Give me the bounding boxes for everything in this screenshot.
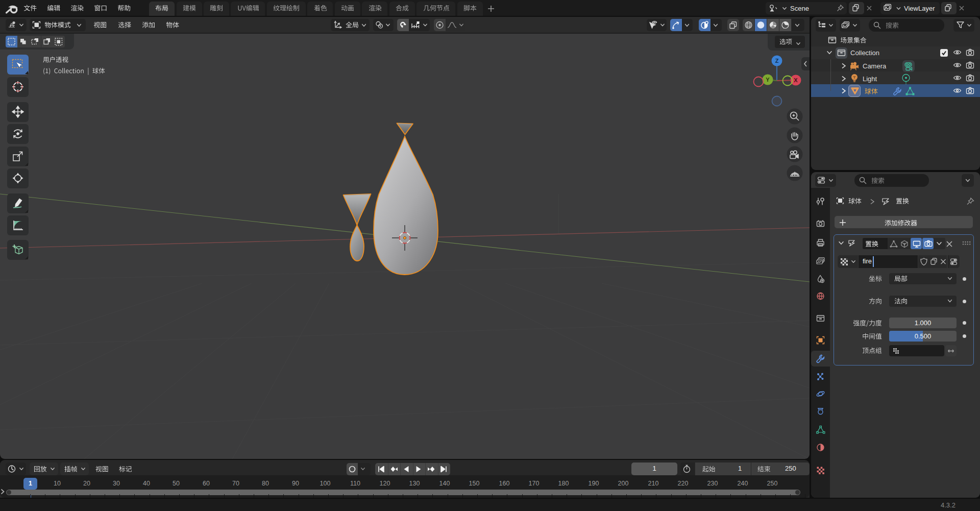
svg-text:Y: Y [766, 77, 770, 83]
svg-text:Z: Z [775, 58, 779, 64]
svg-text:X: X [794, 77, 798, 83]
